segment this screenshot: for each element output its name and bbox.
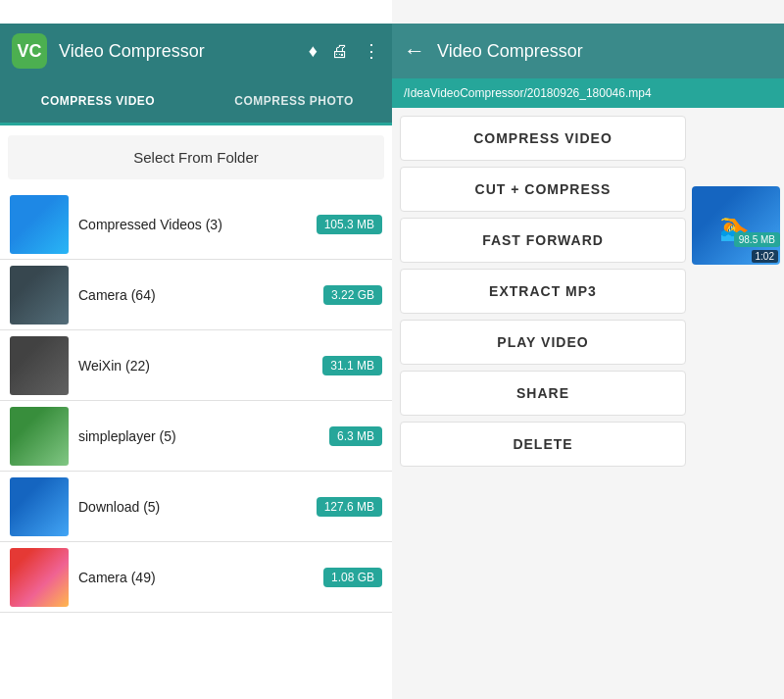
folder-thumb	[10, 407, 69, 466]
video-size-badge: 98.5 MB	[734, 232, 780, 247]
select-from-folder-button[interactable]: Select From Folder	[8, 135, 384, 179]
more-options-icon[interactable]: ⋮	[363, 40, 380, 62]
right-toolbar: ← Video Compressor	[392, 24, 784, 78]
left-toolbar: VC Video Compressor ♦ 🖨 ⋮	[0, 24, 392, 78]
app-title-right: Video Compressor	[437, 41, 583, 62]
folder-thumb	[10, 548, 69, 607]
diamond-icon[interactable]: ♦	[309, 41, 318, 62]
video-preview-container: 🏊 98.5 MB 1:02	[692, 186, 780, 265]
folder-thumb	[10, 477, 69, 536]
folder-item[interactable]: Camera (49) 1.08 GB	[0, 542, 392, 613]
folder-size-badge: 6.3 MB	[329, 426, 382, 446]
action-play-video-button[interactable]: PLAY VIDEO	[400, 320, 686, 365]
tab-bar: COMPRESS VIDEO COMPRESS PHOTO	[0, 78, 392, 125]
folder-item[interactable]: Download (5) 127.6 MB	[0, 472, 392, 542]
action-extract-mp3-button[interactable]: EXTRACT MP3	[400, 269, 686, 314]
tab-compress-video[interactable]: COMPRESS VIDEO	[0, 78, 196, 125]
folder-name: Camera (49)	[78, 570, 314, 585]
folder-thumb	[10, 336, 69, 395]
action-cut-compress-button[interactable]: CUT + COMPRESS	[400, 167, 686, 212]
folder-thumb	[10, 266, 69, 325]
folder-name: Compressed Videos (3)	[78, 217, 307, 232]
right-panel: ← Video Compressor /IdeaVideoCompressor/…	[392, 0, 784, 699]
file-path-text: /IdeaVideoCompressor/20180926_180046.mp4	[404, 86, 652, 100]
folder-name: simpleplayer (5)	[78, 428, 319, 444]
folder-size-badge: 3.22 GB	[323, 285, 382, 305]
app-title-left: Video Compressor	[59, 41, 297, 62]
action-fast-forward-button[interactable]: FAST FORWARD	[400, 218, 686, 263]
folder-info: Camera (49)	[69, 570, 323, 585]
left-panel: VC Video Compressor ♦ 🖨 ⋮ COMPRESS VIDEO…	[0, 0, 392, 699]
folder-list: Compressed Videos (3) 105.3 MB Camera (6…	[0, 189, 392, 699]
action-compress-video-button[interactable]: COMPRESS VIDEO	[400, 116, 686, 161]
tab-compress-photo[interactable]: COMPRESS PHOTO	[196, 78, 392, 125]
folder-size-badge: 105.3 MB	[317, 215, 382, 234]
action-share-button[interactable]: SHARE	[400, 371, 686, 416]
print-icon[interactable]: 🖨	[331, 41, 349, 62]
folder-info: Camera (64)	[69, 287, 323, 303]
file-path-bar: /IdeaVideoCompressor/20180926_180046.mp4	[392, 78, 784, 108]
folder-item[interactable]: simpleplayer (5) 6.3 MB	[0, 401, 392, 472]
folder-name: Download (5)	[78, 499, 307, 515]
folder-item[interactable]: Compressed Videos (3) 105.3 MB	[0, 189, 392, 260]
folder-name: WeiXin (22)	[78, 358, 313, 374]
back-arrow-icon[interactable]: ←	[404, 38, 425, 64]
folder-thumb	[10, 195, 69, 254]
folder-size-badge: 1.08 GB	[323, 568, 382, 587]
folder-info: simpleplayer (5)	[69, 428, 329, 444]
folder-item[interactable]: Camera (64) 3.22 GB	[0, 260, 392, 330]
folder-info: Compressed Videos (3)	[69, 217, 317, 232]
folder-info: Download (5)	[69, 499, 317, 515]
action-delete-button[interactable]: DELETE	[400, 422, 686, 467]
folder-size-badge: 31.1 MB	[322, 356, 382, 375]
app-icon: VC	[12, 33, 47, 69]
video-preview: 🏊 98.5 MB 1:02	[692, 186, 780, 265]
folder-size-badge: 127.6 MB	[317, 497, 382, 517]
video-duration: 1:02	[752, 250, 778, 263]
folder-item[interactable]: WeiXin (22) 31.1 MB	[0, 330, 392, 401]
folder-info: WeiXin (22)	[69, 358, 322, 374]
toolbar-icons: ♦ 🖨 ⋮	[309, 40, 380, 62]
folder-name: Camera (64)	[78, 287, 314, 303]
